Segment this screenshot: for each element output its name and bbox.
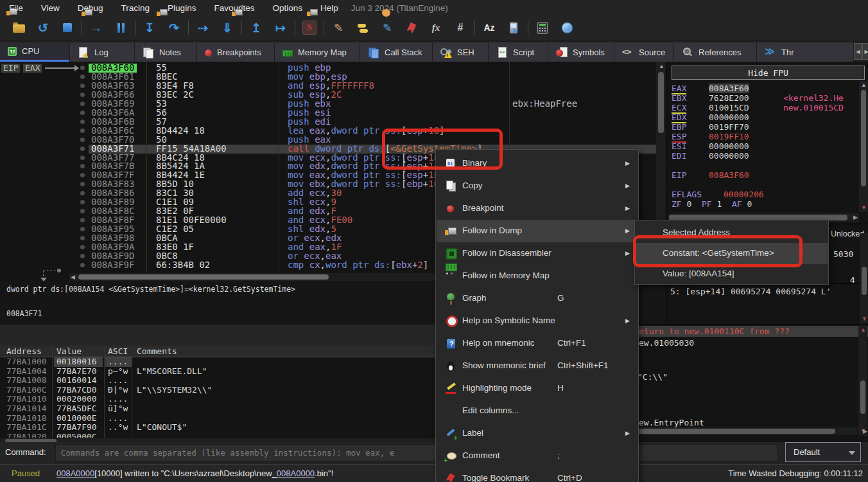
stack-row[interactable]: eturn to new.0100110C from ??? xyxy=(626,326,868,337)
menu-item-edit-columns-[interactable]: Edit columns... xyxy=(437,400,638,422)
functions-button[interactable]: fx xyxy=(424,18,448,37)
stack-row[interactable]: ew.EntryPoint xyxy=(626,417,868,428)
menu-item-graph[interactable]: GraphG xyxy=(437,287,638,310)
patches-button[interactable]: ✎ xyxy=(326,18,351,37)
stack-hscrollbar[interactable]: ▶ xyxy=(629,427,857,435)
stop-button[interactable] xyxy=(55,18,80,37)
breakpoint-dot-icon[interactable] xyxy=(80,245,85,249)
registers-vscrollbar[interactable]: ▲ ▼ xyxy=(859,81,868,212)
menu-item-comment[interactable]: Comment; xyxy=(437,445,638,467)
registers-panel[interactable]: Hide FPU EAX008A3F60EBX7628E200<kernel32… xyxy=(666,62,868,224)
register-row[interactable]: EFLAGS00000206 xyxy=(666,190,859,199)
tab-breakpoints[interactable]: Breakpoints xyxy=(197,42,274,62)
breakpoint-dot-icon[interactable] xyxy=(80,164,85,168)
register-row[interactable]: EBP0019FF70 xyxy=(666,122,859,132)
stack-vscroll-thumb[interactable] xyxy=(860,380,865,414)
menu-item-toggle-bookmark[interactable]: Toggle BookmarkCtrl+D xyxy=(437,467,638,482)
stack-vscrollbar[interactable]: ▲ ▼ xyxy=(858,325,867,436)
register-row[interactable]: ESI00000000 xyxy=(666,141,859,151)
run-to-user-code-button[interactable]: ⇢ xyxy=(191,18,215,37)
menu-item-label[interactable]: Label▶ xyxy=(437,422,638,445)
register-row[interactable]: EAX008A3F60 xyxy=(666,84,859,93)
menu-item-copy[interactable]: Copy▶ xyxy=(437,175,638,197)
internet-button[interactable] xyxy=(555,18,579,37)
breakpoint-dot-icon[interactable] xyxy=(80,173,85,177)
menu-item-help-on-symbolic-name[interactable]: Help on Symbolic Name▶ xyxy=(437,310,638,332)
breakpoint-dot-icon[interactable] xyxy=(80,102,85,106)
scroll-right-icon[interactable]: ▶ xyxy=(863,429,867,434)
tab-source[interactable]: <>Source xyxy=(614,42,673,62)
hash-button[interactable]: # xyxy=(448,18,473,37)
register-row[interactable]: ESP0019FF10 xyxy=(666,132,859,141)
breakpoint-dot-icon[interactable] xyxy=(80,84,85,88)
register-row[interactable]: ECX010015CDnew.010015CD xyxy=(666,103,859,112)
breakpoint-dot-icon[interactable] xyxy=(80,156,85,160)
tab-scroll-left-button[interactable]: ◀ xyxy=(854,43,862,60)
tab-thr[interactable]: ≫Thr xyxy=(757,42,853,62)
tab-references[interactable]: References xyxy=(674,42,756,62)
comments-button[interactable] xyxy=(351,18,375,37)
breakpoint-dot-icon[interactable] xyxy=(80,236,85,240)
breakpoint-dot-icon[interactable] xyxy=(80,254,85,258)
disasm-vscroll-thumb[interactable] xyxy=(658,72,664,133)
scroll-left-icon[interactable]: ◀ xyxy=(71,274,75,280)
breakpoint-dot-icon[interactable] xyxy=(80,93,85,97)
breakpoint-dot-icon[interactable] xyxy=(80,120,85,124)
menu-item-help-on-mnemonic[interactable]: Help on mnemonicCtrl+F1 xyxy=(437,332,638,355)
menu-options[interactable]: Options xyxy=(263,3,311,13)
breakpoint-dot-icon[interactable] xyxy=(80,182,85,186)
menu-item-follow-in-dump[interactable]: Follow in Dump▶ xyxy=(437,220,638,242)
assemble-button[interactable]: Az xyxy=(477,18,501,37)
breakpoint-dot-icon[interactable] xyxy=(80,227,85,231)
register-row[interactable]: EIP008A3F60 xyxy=(666,170,859,180)
step-into-button[interactable]: ↧ xyxy=(137,18,162,37)
tab-log[interactable]: Log xyxy=(70,42,134,62)
run-button[interactable]: → xyxy=(84,18,108,37)
bookmarks-button[interactable] xyxy=(399,18,424,37)
breakpoint-dot-icon[interactable] xyxy=(80,75,85,79)
breakpoint-dot-icon[interactable] xyxy=(80,263,85,267)
calculator-button[interactable] xyxy=(530,18,555,37)
stack-row[interactable]: "C:\\" xyxy=(626,371,868,382)
breakpoint-dot-icon[interactable] xyxy=(80,138,85,142)
stack-row[interactable] xyxy=(626,383,868,394)
breakpoint-dot-icon[interactable] xyxy=(80,209,85,213)
dump-header-address[interactable]: Address xyxy=(6,346,42,357)
stack-panel[interactable]: eturn to new.0100110C from ???ew.0100503… xyxy=(626,325,868,443)
hide-fpu-button[interactable]: Hide FPU xyxy=(672,66,865,80)
breakpoint-dot-icon[interactable] xyxy=(80,147,85,151)
menu-view[interactable]: View xyxy=(32,3,69,13)
register-row[interactable]: EDI00000000 xyxy=(666,151,859,161)
tab-notes[interactable]: Notes xyxy=(135,42,196,62)
tab-cpu[interactable]: CPU xyxy=(0,42,69,62)
args-vscroll-thumb[interactable] xyxy=(862,267,867,295)
scroll-down-icon[interactable]: ▼ xyxy=(862,316,867,322)
register-row[interactable]: ZF 0 PF 1 AF 0 xyxy=(666,199,859,209)
tab-scroll-right-button[interactable]: ▶ xyxy=(862,43,868,60)
breakpoint-dot-icon[interactable] xyxy=(80,129,85,133)
menu-item-follow-in-disassembler[interactable]: Follow in Disassembler▶ xyxy=(437,242,638,265)
dump-header-asci[interactable]: ASCI xyxy=(108,346,128,357)
run-to-cursor-button[interactable]: ↦ xyxy=(268,18,293,37)
profile-dropdown[interactable]: Default xyxy=(785,442,861,462)
open-file-button[interactable] xyxy=(6,18,31,37)
stack-row[interactable] xyxy=(626,360,868,371)
step-over-button[interactable]: ↷ xyxy=(162,18,186,37)
dump-header-value[interactable]: Value xyxy=(56,346,82,357)
stack-row[interactable] xyxy=(626,349,868,360)
tab-call-stack[interactable]: Call Stack xyxy=(360,42,432,62)
scroll-right-icon[interactable]: ▶ xyxy=(853,215,858,220)
breakpoint-dot-icon[interactable] xyxy=(80,111,85,115)
breakpoint-dot-icon[interactable] xyxy=(80,200,85,204)
tab-memory-map[interactable]: Memory Map xyxy=(275,42,360,62)
scroll-up-icon[interactable]: ▲ xyxy=(860,327,866,333)
stack-row[interactable] xyxy=(626,395,868,406)
menu-item-highlighting-mode[interactable]: Highlighting modeH xyxy=(437,377,638,400)
source-mode-button[interactable]: S xyxy=(297,18,322,37)
tab-seh[interactable]: SEH xyxy=(433,42,488,62)
menu-item-follow-in-memory-map[interactable]: Follow in Memory Map xyxy=(437,265,638,287)
command-input[interactable] xyxy=(55,444,778,461)
stack-hscroll-thumb[interactable] xyxy=(630,429,835,434)
tab-script[interactable]: Script xyxy=(489,42,548,62)
status-link[interactable]: 008A0000 xyxy=(56,469,94,478)
